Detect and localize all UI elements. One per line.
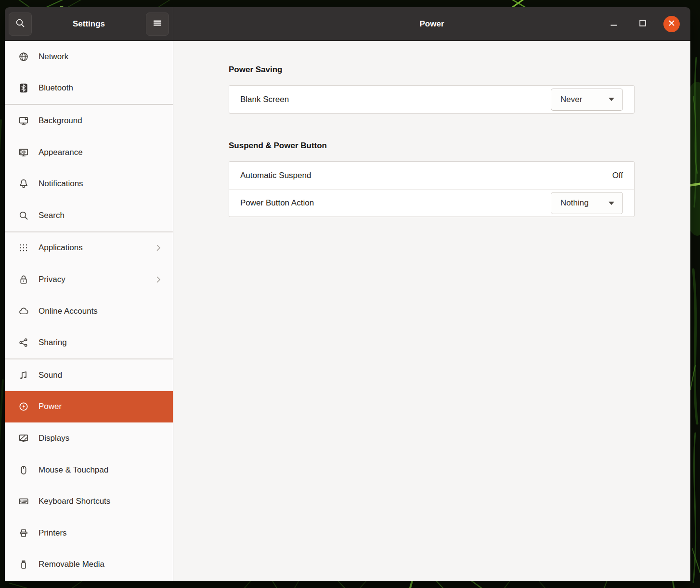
network-globe-icon [18,51,29,62]
sidebar-item-search[interactable]: Search [5,200,173,231]
sidebar-item-network[interactable]: Network [5,41,173,73]
close-button[interactable] [663,16,680,32]
automatic-suspend-value: Off [612,171,623,180]
sidebar-item-label: Bluetooth [39,83,173,93]
printer-icon [18,528,29,538]
sidebar-item-sharing[interactable]: Sharing [5,327,173,358]
sidebar-headerbar: Settings [5,7,173,40]
sidebar: Network Bluetooth Background Appearance [5,41,173,581]
power-bolt-icon [18,401,29,412]
maximize-button[interactable] [635,16,651,32]
blank-screen-dropdown[interactable]: Never [551,89,623,111]
sidebar-item-label: Mouse & Touchpad [39,465,173,475]
main-content: Power Saving Blank Screen Never Suspend … [173,41,690,581]
sidebar-item-label: Displays [39,434,173,443]
desktop: Settings Power [0,0,700,588]
main-headerbar: Power [173,7,690,40]
sidebar-item-printers[interactable]: Printers [5,517,173,549]
display-icon [18,433,29,444]
row-label: Automatic Suspend [240,171,612,180]
settings-window: Settings Power [5,7,690,581]
search-button[interactable] [9,13,32,36]
settings-section: Suspend & Power Button Automatic Suspend… [229,141,635,217]
sidebar-item-mouse-touchpad[interactable]: Mouse & Touchpad [5,454,173,486]
row-label: Blank Screen [240,95,551,104]
dropdown-value: Nothing [560,198,589,208]
sidebar-item-label: Search [39,211,173,220]
search-icon [15,18,26,30]
sidebar-item-label: Online Accounts [39,307,173,316]
row-label: Power Button Action [240,198,551,208]
sidebar-item-keyboard-shortcuts[interactable]: Keyboard Shortcuts [5,486,173,517]
power-button-action-dropdown[interactable]: Nothing [551,192,623,214]
minimize-icon [610,19,618,29]
sidebar-item-label: Network [39,52,173,62]
mouse-icon [18,465,29,475]
usb-drive-icon [18,559,29,570]
menu-button[interactable] [146,13,169,36]
sidebar-item-power[interactable]: Power [5,391,173,423]
sidebar-item-bluetooth[interactable]: Bluetooth [5,73,173,104]
app-title: Settings [32,19,146,29]
sidebar-item-background[interactable]: Background [5,105,173,137]
section-heading: Suspend & Power Button [229,141,635,151]
sidebar-item-label: Power [39,402,173,411]
sidebar-item-label: Removable Media [39,560,173,569]
window-body: Network Bluetooth Background Appearance [5,41,690,581]
sidebar-item-label: Appearance [39,148,173,157]
automatic-suspend-row[interactable]: Automatic Suspend Off [229,162,634,189]
sidebar-item-label: Privacy [39,275,154,284]
chevron-down-icon [609,202,614,205]
menu-icon [153,18,162,30]
settings-card: Blank Screen Never [229,85,635,114]
sidebar-item-privacy[interactable]: Privacy [5,264,173,295]
appearance-monitor-icon [18,147,29,158]
sidebar-item-label: Sound [39,371,173,380]
cloud-icon [18,306,29,317]
magnifier-icon [18,210,29,221]
maximize-icon [639,19,647,29]
sidebar-item-label: Printers [39,528,173,538]
blank-screen-row: Blank Screen Never [229,86,634,113]
sidebar-item-label: Keyboard Shortcuts [39,497,173,506]
sidebar-item-sound[interactable]: Sound [5,359,173,391]
sidebar-item-label: Sharing [39,338,173,347]
section-heading: Power Saving [229,64,635,75]
settings-card: Automatic Suspend Off Power Button Actio… [229,161,635,217]
sidebar-item-online-accounts[interactable]: Online Accounts [5,295,173,327]
window-controls [606,16,690,32]
minimize-button[interactable] [606,16,622,32]
sidebar-item-displays[interactable]: Displays [5,422,173,454]
close-icon [668,19,675,29]
chevron-right-icon [154,275,163,284]
titlebar[interactable]: Settings Power [5,7,690,41]
sidebar-item-applications[interactable]: Applications [5,232,173,264]
chevron-down-icon [609,98,614,101]
sidebar-item-notifications[interactable]: Notifications [5,168,173,200]
app-grid-icon [18,243,29,253]
sidebar-item-label: Background [39,116,173,126]
dropdown-value: Never [560,95,582,104]
chevron-right-icon [154,243,163,253]
settings-section: Power Saving Blank Screen Never [229,64,635,114]
lock-icon [18,274,29,285]
sidebar-item-label: Notifications [39,179,173,189]
keyboard-icon [18,496,29,507]
sidebar-item-removable-media[interactable]: Removable Media [5,549,173,581]
bell-icon [18,179,29,189]
sidebar-item-appearance[interactable]: Appearance [5,137,173,168]
power-button-action-row: Power Button Action Nothing [229,189,634,217]
background-monitor-icon [18,115,29,126]
music-note-icon [18,370,29,381]
bluetooth-icon [18,83,29,93]
share-nodes-icon [18,337,29,348]
sidebar-item-label: Applications [39,243,154,253]
